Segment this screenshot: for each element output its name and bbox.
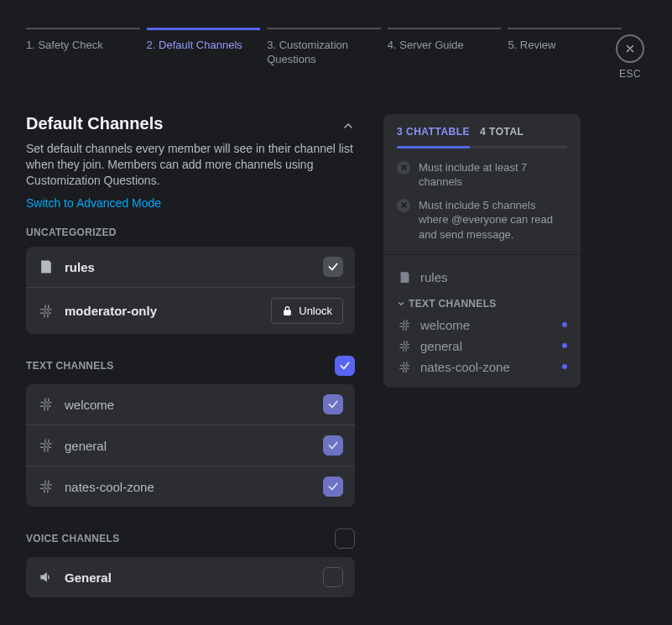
requirement-item: Must include at least 7 channels (397, 160, 567, 190)
steps-header: 1. Safety Check 2. Default Channels 3. C… (0, 0, 672, 67)
hash-icon (38, 303, 55, 320)
summary-channel-label: nates-cool-zone (420, 360, 510, 374)
step-customization-questions[interactable]: 3. Customization Questions (267, 28, 381, 67)
hash-icon (397, 318, 412, 332)
summary-channel-label: welcome (420, 318, 470, 332)
check-icon (339, 360, 351, 372)
channel-name: welcome (65, 398, 313, 412)
channel-checkbox[interactable] (323, 394, 343, 414)
status-dot-icon (562, 364, 567, 369)
close-button[interactable] (616, 34, 644, 63)
summary-panel: 3 CHATTABLE 4 TOTAL Must include at leas… (383, 114, 581, 388)
summary-category-text[interactable]: TEXT CHANNELS (397, 298, 567, 310)
channel-checkbox[interactable] (323, 567, 343, 587)
channel-name: General (65, 570, 313, 585)
category-uncategorized-group: rules moderator-only Unlock (26, 247, 355, 334)
step-server-guide[interactable]: 4. Server Guide (388, 28, 502, 67)
hash-icon (38, 437, 55, 454)
category-text-header: TEXT CHANNELS (26, 356, 355, 376)
channel-checkbox[interactable] (323, 477, 343, 497)
channel-row-rules[interactable]: rules (26, 247, 355, 287)
step-safety-check[interactable]: 1. Safety Check (26, 28, 140, 67)
chevron-down-icon (397, 299, 405, 308)
progress-bar (397, 146, 567, 148)
chattable-count: 3 CHATTABLE (397, 126, 470, 138)
summary-channel-label: general (420, 339, 462, 353)
category-label: TEXT CHANNELS (26, 360, 114, 372)
channel-row-voice-general[interactable]: General (26, 557, 355, 597)
channel-name: general (65, 439, 313, 453)
summary-channel-welcome: welcome (397, 315, 567, 336)
channel-row-general[interactable]: general (26, 424, 355, 466)
step-default-channels[interactable]: 2. Default Channels (147, 28, 261, 67)
status-dot-icon (562, 343, 567, 348)
channel-name: nates-cool-zone (65, 480, 313, 494)
category-label: VOICE CHANNELS (26, 533, 120, 544)
summary-channel-general: general (397, 336, 567, 357)
page-title: Default Channels (26, 114, 163, 133)
category-voice-header: VOICE CHANNELS (26, 529, 355, 549)
channel-row-welcome[interactable]: welcome (26, 384, 355, 424)
channel-checkbox[interactable] (323, 435, 343, 456)
section-description: Set default channels every member will s… (26, 141, 355, 189)
category-checkbox[interactable] (335, 356, 355, 376)
check-icon (327, 440, 339, 451)
rules-icon (38, 258, 55, 275)
channel-row-nates-cool-zone[interactable]: nates-cool-zone (26, 466, 355, 507)
category-checkbox[interactable] (335, 529, 355, 549)
summary-channel-label: rules (420, 270, 448, 284)
switch-advanced-link[interactable]: Switch to Advanced Mode (26, 196, 161, 210)
step-review[interactable]: 5. Review (508, 28, 622, 67)
category-uncategorized-header: UNCATEGORIZED (26, 227, 355, 238)
status-dot-icon (562, 322, 567, 327)
chevron-up-icon (341, 119, 355, 133)
rules-icon (397, 270, 412, 284)
check-icon (327, 481, 339, 492)
channel-checkbox[interactable] (323, 257, 343, 277)
x-circle-icon (397, 161, 410, 174)
unlock-button[interactable]: Unlock (271, 298, 343, 324)
close-icon (624, 43, 636, 55)
channel-row-moderator-only[interactable]: moderator-only Unlock (26, 287, 355, 334)
hash-icon (397, 360, 412, 374)
hash-icon (397, 339, 412, 353)
hash-icon (38, 478, 55, 495)
category-voice-group: General (26, 557, 355, 597)
check-icon (327, 398, 339, 410)
close-label: ESC (613, 68, 647, 80)
summary-channel-rules: rules (397, 267, 567, 288)
check-icon (327, 261, 339, 273)
lock-icon (282, 305, 293, 316)
summary-channel-nates-cool-zone: nates-cool-zone (397, 357, 567, 378)
x-circle-icon (397, 199, 410, 212)
channel-name: rules (65, 260, 313, 274)
channel-name: moderator-only (65, 304, 261, 318)
category-label: UNCATEGORIZED (26, 227, 117, 238)
requirement-item: Must include 5 channels where @everyone … (397, 198, 567, 242)
speaker-icon (38, 569, 55, 586)
total-count: 4 TOTAL (480, 126, 524, 138)
collapse-toggle[interactable] (341, 119, 355, 136)
hash-icon (38, 396, 55, 413)
category-text-group: welcome general nates-cool-zone (26, 384, 355, 507)
